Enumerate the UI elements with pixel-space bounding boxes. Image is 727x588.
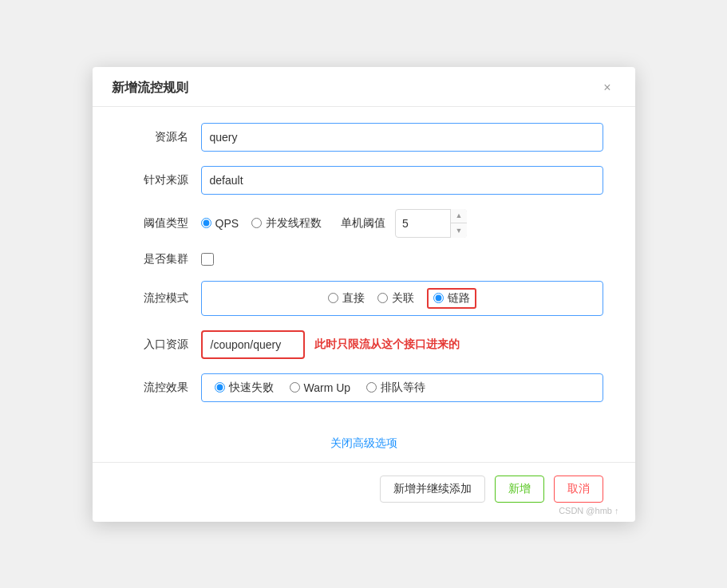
cluster-content (201, 253, 603, 266)
entry-resource-row: 入口资源 /coupon/query 此时只限流从这个接口进来的 (124, 330, 603, 359)
cluster-row: 是否集群 (124, 252, 603, 266)
threshold-thread-radio[interactable] (251, 218, 262, 228)
effect-fail-option[interactable]: 快速失败 (215, 381, 274, 395)
resource-label: 资源名 (124, 130, 188, 144)
close-button[interactable]: × (599, 80, 615, 96)
flow-mode-label: 流控模式 (124, 291, 188, 306)
flow-mode-group: 直接 关联 链路 (328, 288, 476, 309)
entry-resource-content: /coupon/query 此时只限流从这个接口进来的 (201, 330, 603, 359)
resource-content (201, 123, 603, 152)
effect-fail-radio[interactable] (215, 382, 225, 393)
effect-queue-label: 排队等待 (381, 381, 425, 395)
cancel-button[interactable]: 取消 (554, 476, 603, 503)
entry-resource-label: 入口资源 (124, 337, 188, 352)
effect-queue-radio[interactable] (366, 382, 377, 393)
effect-warmup-option[interactable]: Warm Up (290, 381, 351, 394)
number-down-arrow[interactable]: ▼ (451, 223, 467, 238)
add-button[interactable]: 新增 (495, 476, 544, 503)
flow-relate-radio[interactable] (377, 293, 388, 303)
dialog-header: 新增流控规则 × (93, 67, 635, 107)
source-label: 针对来源 (124, 173, 188, 187)
threshold-thread-label: 并发线程数 (266, 216, 322, 231)
resource-row: 资源名 (124, 123, 603, 152)
flow-direct-radio[interactable] (328, 293, 338, 303)
add-continue-button[interactable]: 新增并继续添加 (380, 476, 485, 503)
source-input[interactable] (201, 166, 603, 195)
advanced-link[interactable]: 关闭高级选项 (330, 436, 397, 449)
threshold-content: QPS 并发线程数 单机阈值 ▲ ▼ (201, 209, 603, 238)
advanced-link-section: 关闭高级选项 (93, 436, 635, 451)
threshold-row: 阈值类型 QPS 并发线程数 单机阈值 (124, 209, 603, 238)
entry-input-box: /coupon/query (201, 330, 305, 359)
effect-warmup-radio[interactable] (290, 382, 300, 393)
dialog-title: 新增流控规则 (112, 80, 188, 97)
entry-resource-hint: 此时只限流从这个接口进来的 (314, 337, 460, 352)
dialog-body: 资源名 针对来源 阈值类型 QPS (93, 107, 635, 424)
footer-divider (93, 462, 635, 463)
flow-mode-content: 直接 关联 链路 (201, 281, 603, 316)
single-threshold-section: 单机阈值 ▲ ▼ (341, 209, 467, 238)
flow-effect-box: 快速失败 Warm Up 排队等待 (201, 373, 603, 402)
dialog-overlay: 新增流控规则 × 资源名 针对来源 阈值类型 (0, 0, 727, 588)
threshold-thread-option[interactable]: 并发线程数 (251, 216, 322, 231)
threshold-qps-radio[interactable] (201, 218, 211, 228)
cluster-checkbox[interactable] (201, 253, 214, 266)
flow-effect-content: 快速失败 Warm Up 排队等待 (201, 373, 603, 402)
flow-chain-label: 链路 (448, 291, 470, 306)
flow-mode-box: 直接 关联 链路 (201, 281, 603, 316)
flow-relate-label: 关联 (392, 291, 414, 306)
number-arrows: ▲ ▼ (450, 209, 467, 238)
dialog: 新增流控规则 × 资源名 针对来源 阈值类型 (93, 67, 635, 522)
threshold-qps-label: QPS (215, 217, 239, 230)
flow-chain-radio[interactable] (433, 293, 444, 303)
single-threshold-label: 单机阈值 (341, 216, 385, 231)
entry-row: /coupon/query 此时只限流从这个接口进来的 (201, 330, 603, 359)
flow-mode-row: 流控模式 直接 关联 (124, 281, 603, 316)
resource-input[interactable] (201, 123, 603, 152)
flow-chain-option[interactable]: 链路 (427, 288, 476, 309)
effect-queue-option[interactable]: 排队等待 (366, 381, 425, 395)
cluster-label: 是否集群 (124, 252, 188, 266)
flow-relate-option[interactable]: 关联 (377, 291, 414, 306)
threshold-type-label: 阈值类型 (124, 216, 188, 231)
source-content (201, 166, 603, 195)
entry-resource-value: /coupon/query (211, 338, 282, 351)
effect-warmup-label: Warm Up (304, 381, 351, 394)
threshold-qps-option[interactable]: QPS (201, 217, 239, 230)
number-up-arrow[interactable]: ▲ (451, 209, 467, 224)
flow-direct-option[interactable]: 直接 (328, 291, 365, 306)
threshold-type-group: QPS 并发线程数 (201, 216, 322, 231)
flow-effect-row: 流控效果 快速失败 Warm Up 排队等待 (124, 373, 603, 402)
watermark: CSDN @hmb ↑ (559, 506, 618, 515)
effect-fail-label: 快速失败 (229, 381, 274, 395)
single-threshold-wrapper: ▲ ▼ (395, 209, 467, 238)
flow-direct-label: 直接 (342, 291, 365, 306)
source-row: 针对来源 (124, 166, 603, 195)
dialog-footer: 新增并继续添加 新增 取消 (93, 476, 635, 503)
flow-effect-label: 流控效果 (124, 381, 188, 395)
